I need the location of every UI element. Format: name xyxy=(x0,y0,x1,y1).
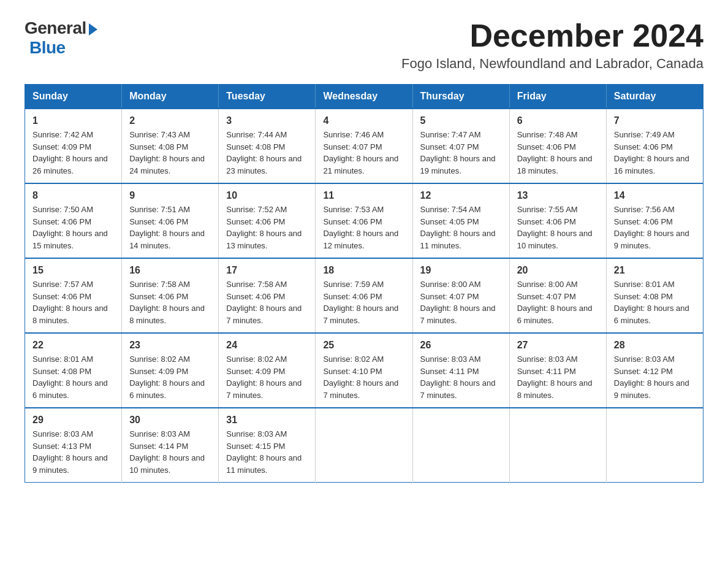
calendar-day-cell: 14 Sunrise: 7:56 AM Sunset: 4:06 PM Dayl… xyxy=(606,183,703,258)
day-info: Sunrise: 7:49 AM Sunset: 4:06 PM Dayligh… xyxy=(614,129,696,177)
day-number: 14 xyxy=(614,190,696,201)
calendar-day-cell: 9 Sunrise: 7:51 AM Sunset: 4:06 PM Dayli… xyxy=(122,183,219,258)
day-number: 18 xyxy=(323,265,404,276)
location-title: Fogo Island, Newfoundland and Labrador, … xyxy=(401,56,703,72)
day-info: Sunrise: 7:56 AM Sunset: 4:06 PM Dayligh… xyxy=(614,204,696,251)
logo-arrow-icon xyxy=(89,23,97,36)
day-info: Sunrise: 7:51 AM Sunset: 4:06 PM Dayligh… xyxy=(129,204,211,251)
day-number: 25 xyxy=(323,340,404,351)
header-sunday: Sunday xyxy=(25,85,122,109)
calendar-day-cell: 10 Sunrise: 7:52 AM Sunset: 4:06 PM Dayl… xyxy=(219,183,316,258)
calendar-day-cell: 28 Sunrise: 8:03 AM Sunset: 4:12 PM Dayl… xyxy=(606,333,703,408)
calendar-day-cell: 15 Sunrise: 7:57 AM Sunset: 4:06 PM Dayl… xyxy=(25,258,122,333)
day-number: 7 xyxy=(614,115,696,126)
day-number: 19 xyxy=(420,265,502,276)
calendar-day-cell: 7 Sunrise: 7:49 AM Sunset: 4:06 PM Dayli… xyxy=(606,109,703,183)
day-info: Sunrise: 7:44 AM Sunset: 4:08 PM Dayligh… xyxy=(226,129,308,177)
day-info: Sunrise: 7:55 AM Sunset: 4:06 PM Dayligh… xyxy=(517,204,599,251)
calendar-day-cell: 26 Sunrise: 8:03 AM Sunset: 4:11 PM Dayl… xyxy=(412,333,509,408)
day-info: Sunrise: 7:59 AM Sunset: 4:06 PM Dayligh… xyxy=(323,278,404,326)
day-info: Sunrise: 7:54 AM Sunset: 4:05 PM Dayligh… xyxy=(420,204,502,251)
header-monday: Monday xyxy=(122,85,219,109)
day-info: Sunrise: 8:00 AM Sunset: 4:07 PM Dayligh… xyxy=(420,278,502,326)
day-info: Sunrise: 8:00 AM Sunset: 4:07 PM Dayligh… xyxy=(517,278,599,326)
day-info: Sunrise: 7:58 AM Sunset: 4:06 PM Dayligh… xyxy=(226,278,308,326)
calendar-day-cell: 4 Sunrise: 7:46 AM Sunset: 4:07 PM Dayli… xyxy=(316,109,412,183)
header-wednesday: Wednesday xyxy=(316,85,412,109)
calendar-day-cell: 12 Sunrise: 7:54 AM Sunset: 4:05 PM Dayl… xyxy=(412,183,509,258)
calendar-day-cell: 6 Sunrise: 7:48 AM Sunset: 4:06 PM Dayli… xyxy=(509,109,606,183)
calendar-day-cell: 3 Sunrise: 7:44 AM Sunset: 4:08 PM Dayli… xyxy=(219,109,316,183)
day-info: Sunrise: 8:03 AM Sunset: 4:11 PM Dayligh… xyxy=(517,353,599,401)
calendar-day-cell: 23 Sunrise: 8:02 AM Sunset: 4:09 PM Dayl… xyxy=(122,333,219,408)
day-info: Sunrise: 8:02 AM Sunset: 4:09 PM Dayligh… xyxy=(129,353,211,401)
calendar-day-cell: 22 Sunrise: 8:01 AM Sunset: 4:08 PM Dayl… xyxy=(25,333,122,408)
calendar-header-row: SundayMondayTuesdayWednesdayThursdayFrid… xyxy=(25,85,703,109)
header-saturday: Saturday xyxy=(606,85,703,109)
calendar-day-cell xyxy=(606,408,703,483)
day-info: Sunrise: 7:47 AM Sunset: 4:07 PM Dayligh… xyxy=(420,129,502,177)
day-info: Sunrise: 7:58 AM Sunset: 4:06 PM Dayligh… xyxy=(129,278,211,326)
day-info: Sunrise: 7:42 AM Sunset: 4:09 PM Dayligh… xyxy=(32,129,114,177)
day-info: Sunrise: 8:03 AM Sunset: 4:14 PM Dayligh… xyxy=(129,428,211,476)
header-tuesday: Tuesday xyxy=(219,85,316,109)
day-number: 20 xyxy=(517,265,599,276)
calendar-day-cell: 11 Sunrise: 7:53 AM Sunset: 4:06 PM Dayl… xyxy=(316,183,412,258)
calendar-day-cell xyxy=(316,408,412,483)
day-number: 9 xyxy=(129,190,211,201)
day-number: 21 xyxy=(614,265,696,276)
day-number: 30 xyxy=(129,415,211,426)
day-number: 2 xyxy=(129,115,211,126)
day-number: 12 xyxy=(420,190,502,201)
day-info: Sunrise: 7:46 AM Sunset: 4:07 PM Dayligh… xyxy=(323,129,404,177)
day-number: 13 xyxy=(517,190,599,201)
day-info: Sunrise: 8:01 AM Sunset: 4:08 PM Dayligh… xyxy=(32,353,114,401)
month-title: December 2024 xyxy=(401,18,703,53)
calendar-day-cell: 31 Sunrise: 8:03 AM Sunset: 4:15 PM Dayl… xyxy=(219,408,316,483)
title-section: December 2024 Fogo Island, Newfoundland … xyxy=(401,18,703,72)
calendar-day-cell: 19 Sunrise: 8:00 AM Sunset: 4:07 PM Dayl… xyxy=(412,258,509,333)
day-number: 16 xyxy=(129,265,211,276)
calendar-day-cell xyxy=(509,408,606,483)
day-number: 28 xyxy=(614,340,696,351)
calendar-day-cell: 29 Sunrise: 8:03 AM Sunset: 4:13 PM Dayl… xyxy=(25,408,122,483)
calendar-day-cell: 17 Sunrise: 7:58 AM Sunset: 4:06 PM Dayl… xyxy=(219,258,316,333)
day-info: Sunrise: 7:50 AM Sunset: 4:06 PM Dayligh… xyxy=(32,204,114,251)
logo: General Blue xyxy=(25,18,97,58)
day-info: Sunrise: 7:52 AM Sunset: 4:06 PM Dayligh… xyxy=(226,204,308,251)
day-info: Sunrise: 7:53 AM Sunset: 4:06 PM Dayligh… xyxy=(323,204,404,251)
day-number: 10 xyxy=(226,190,308,201)
day-info: Sunrise: 8:03 AM Sunset: 4:15 PM Dayligh… xyxy=(226,428,308,476)
day-info: Sunrise: 8:03 AM Sunset: 4:12 PM Dayligh… xyxy=(614,353,696,401)
day-info: Sunrise: 8:03 AM Sunset: 4:13 PM Dayligh… xyxy=(32,428,114,476)
day-info: Sunrise: 7:57 AM Sunset: 4:06 PM Dayligh… xyxy=(32,278,114,326)
calendar-week-row: 22 Sunrise: 8:01 AM Sunset: 4:08 PM Dayl… xyxy=(25,333,703,408)
calendar-day-cell: 20 Sunrise: 8:00 AM Sunset: 4:07 PM Dayl… xyxy=(509,258,606,333)
calendar-week-row: 1 Sunrise: 7:42 AM Sunset: 4:09 PM Dayli… xyxy=(25,109,703,183)
calendar-day-cell: 30 Sunrise: 8:03 AM Sunset: 4:14 PM Dayl… xyxy=(122,408,219,483)
day-number: 4 xyxy=(323,115,404,126)
day-number: 29 xyxy=(32,415,114,426)
calendar-day-cell: 5 Sunrise: 7:47 AM Sunset: 4:07 PM Dayli… xyxy=(412,109,509,183)
day-number: 22 xyxy=(32,340,114,351)
calendar-day-cell xyxy=(412,408,509,483)
header-friday: Friday xyxy=(509,85,606,109)
calendar-day-cell: 24 Sunrise: 8:02 AM Sunset: 4:09 PM Dayl… xyxy=(219,333,316,408)
calendar-week-row: 8 Sunrise: 7:50 AM Sunset: 4:06 PM Dayli… xyxy=(25,183,703,258)
day-number: 15 xyxy=(32,265,114,276)
calendar-day-cell: 21 Sunrise: 8:01 AM Sunset: 4:08 PM Dayl… xyxy=(606,258,703,333)
day-number: 17 xyxy=(226,265,308,276)
calendar-day-cell: 18 Sunrise: 7:59 AM Sunset: 4:06 PM Dayl… xyxy=(316,258,412,333)
header-thursday: Thursday xyxy=(412,85,509,109)
calendar-table: SundayMondayTuesdayWednesdayThursdayFrid… xyxy=(25,84,703,483)
calendar-day-cell: 8 Sunrise: 7:50 AM Sunset: 4:06 PM Dayli… xyxy=(25,183,122,258)
day-number: 27 xyxy=(517,340,599,351)
day-info: Sunrise: 7:43 AM Sunset: 4:08 PM Dayligh… xyxy=(129,129,211,177)
logo-general-text: General xyxy=(25,18,86,38)
logo-blue-text: Blue xyxy=(29,38,66,58)
calendar-week-row: 29 Sunrise: 8:03 AM Sunset: 4:13 PM Dayl… xyxy=(25,408,703,483)
day-number: 26 xyxy=(420,340,502,351)
day-number: 23 xyxy=(129,340,211,351)
day-info: Sunrise: 8:02 AM Sunset: 4:10 PM Dayligh… xyxy=(323,353,404,401)
calendar-day-cell: 13 Sunrise: 7:55 AM Sunset: 4:06 PM Dayl… xyxy=(509,183,606,258)
